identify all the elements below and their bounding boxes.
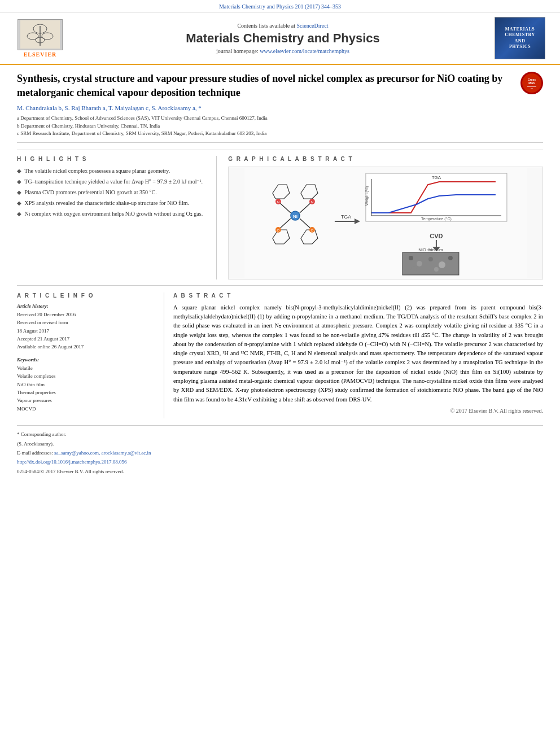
corresponding-author-note: * Corresponding author. bbox=[17, 430, 543, 438]
svg-point-48 bbox=[448, 256, 453, 260]
received-date: Received 20 December 2016 bbox=[17, 311, 155, 318]
bullet-2: ◆ bbox=[17, 178, 21, 185]
svg-text:CVD: CVD bbox=[430, 233, 443, 239]
article-history: Article history: Received 20 December 20… bbox=[17, 303, 155, 351]
journal-cover-container: MATERIALS CHEMISTRY AND PHYSICS bbox=[495, 17, 551, 59]
keyword-3: NiO thin film bbox=[17, 381, 155, 388]
graphical-abstract-image: Ni N N bbox=[228, 167, 543, 279]
article-affiliations: a Department of Chemistry, School of Adv… bbox=[17, 115, 515, 138]
graphical-abstract-svg: Ni N N bbox=[229, 168, 542, 278]
svg-point-47 bbox=[439, 261, 445, 268]
article-info-column: A R T I C L E I N F O Article history: R… bbox=[17, 292, 164, 418]
svg-text:™: ™ bbox=[531, 88, 533, 90]
affiliation-a: a Department of Chemistry, School of Adv… bbox=[17, 115, 515, 123]
journal-cover-image: MATERIALS CHEMISTRY AND PHYSICS bbox=[495, 17, 545, 59]
journal-citation-text: Materials Chemistry and Physics 201 (201… bbox=[219, 3, 341, 10]
journal-title: Materials Chemistry and Physics bbox=[77, 31, 489, 46]
article-title: Synthesis, crystal structure and vapour … bbox=[17, 72, 515, 100]
footer-section: * Corresponding author. (S. Arockiasamy)… bbox=[17, 425, 543, 475]
available-online-date: Available online 26 August 2017 bbox=[17, 343, 155, 351]
graphical-abstract-header: G R A P H I C A L A B S T R A C T bbox=[228, 156, 543, 162]
article-title-container: Synthesis, crystal structure and vapour … bbox=[17, 72, 515, 138]
elsevier-logo-image bbox=[18, 19, 63, 50]
highlights-column: H I G H L I G H T S ◆ The volatile nicke… bbox=[17, 156, 217, 279]
abstract-text: A square planar nickel complex namely bi… bbox=[173, 303, 543, 404]
article-title-section: Synthesis, crystal structure and vapour … bbox=[17, 72, 543, 143]
svg-text:Ni: Ni bbox=[293, 214, 298, 219]
svg-text:N: N bbox=[277, 200, 279, 204]
keyword-4: Thermal properties bbox=[17, 388, 155, 396]
abstract-column: A B S T R A C T A square planar nickel c… bbox=[164, 292, 543, 418]
svg-text:N: N bbox=[311, 200, 313, 204]
email-line: (S. Arockiasamy). bbox=[17, 440, 543, 448]
affiliation-c: c SRM Research Institute, Department of … bbox=[17, 130, 515, 138]
bullet-5: ◆ bbox=[17, 211, 21, 217]
article-lower-section: A R T I C L E I N F O Article history: R… bbox=[17, 292, 543, 418]
svg-point-46 bbox=[428, 257, 433, 261]
bullet-3: ◆ bbox=[17, 189, 21, 195]
history-label: Article history: bbox=[17, 303, 155, 309]
bullet-1: ◆ bbox=[17, 168, 21, 174]
svg-rect-33 bbox=[366, 173, 507, 221]
svg-text:TGA: TGA bbox=[341, 214, 352, 220]
elsevier-logo-container: ELSEVIER bbox=[9, 19, 71, 58]
journal-homepage-link[interactable]: www.elsevier.com/locate/matchemphys bbox=[260, 48, 349, 54]
elsevier-label: ELSEVIER bbox=[24, 51, 57, 58]
svg-text:O: O bbox=[311, 229, 314, 232]
email-addresses-line: E-mail addresses: sa_samy@yahoo.com, aro… bbox=[17, 449, 543, 457]
journal-header: ELSEVIER Contents lists available at Sci… bbox=[0, 12, 560, 65]
science-direct-line: Contents lists available at ScienceDirec… bbox=[77, 23, 489, 29]
email-link-2[interactable]: arockiasamy.s@vit.ac.in bbox=[102, 450, 151, 456]
highlights-graphical-section: H I G H L I G H T S ◆ The volatile nicke… bbox=[17, 150, 543, 286]
doi-line: http://dx.doi.org/10.1016/j.matchemphys.… bbox=[17, 458, 543, 466]
highlight-item-3: ◆ Plasma CVD promotes preferential NiO g… bbox=[17, 188, 205, 196]
bullet-4: ◆ bbox=[17, 200, 21, 206]
received-revised-date: Received in revised form18 August 2017 bbox=[17, 318, 155, 335]
abstract-header: A B S T R A C T bbox=[173, 292, 543, 299]
svg-text:Mark: Mark bbox=[528, 81, 535, 85]
highlight-item-5: ◆ Ni complex with oxygen environment hel… bbox=[17, 209, 205, 218]
svg-text:Weight (%): Weight (%) bbox=[365, 186, 369, 206]
svg-text:NiO thin film: NiO thin film bbox=[418, 247, 443, 252]
keyword-5: Vapour pressures bbox=[17, 396, 155, 404]
issn-line: 0254-0584/© 2017 Elsevier B.V. All right… bbox=[17, 468, 543, 475]
affiliation-b: b Department of Chemistry, Hindustan Uni… bbox=[17, 123, 515, 130]
graphical-abstract-column: G R A P H I C A L A B S T R A C T Ni bbox=[217, 156, 543, 279]
highlight-item-2: ◆ TG–transpiration technique yielded a v… bbox=[17, 177, 205, 186]
journal-homepage: journal homepage: www.elsevier.com/locat… bbox=[77, 48, 489, 54]
accepted-date: Accepted 21 August 2017 bbox=[17, 335, 155, 343]
svg-point-50 bbox=[434, 267, 439, 272]
svg-text:TGA: TGA bbox=[432, 175, 441, 180]
email-link-1[interactable]: sa_samy@yahoo.com, bbox=[54, 450, 100, 456]
keywords-section: Keywords: Volatile Volatile complexes Ni… bbox=[17, 357, 155, 413]
svg-point-45 bbox=[417, 261, 422, 267]
svg-point-44 bbox=[409, 256, 413, 260]
highlight-item-4: ◆ XPS analysis revealed the characterist… bbox=[17, 199, 205, 207]
svg-text:O: O bbox=[277, 229, 280, 232]
keyword-2: Volatile complexes bbox=[17, 372, 155, 380]
keyword-6: MOCVD bbox=[17, 405, 155, 413]
highlights-header: H I G H L I G H T S bbox=[17, 156, 205, 162]
doi-link[interactable]: http://dx.doi.org/10.1016/j.matchemphys.… bbox=[17, 459, 127, 465]
svg-text:Temperature (°C): Temperature (°C) bbox=[421, 217, 452, 221]
article-info-header: A R T I C L E I N F O bbox=[17, 292, 155, 299]
science-direct-link[interactable]: ScienceDirect bbox=[296, 23, 328, 29]
main-content: Synthesis, crystal structure and vapour … bbox=[0, 65, 560, 483]
journal-citation-bar: Materials Chemistry and Physics 201 (201… bbox=[0, 0, 560, 12]
article-authors: M. Chandrakala b, S. Raj Bharath a, T. M… bbox=[17, 104, 515, 111]
elsevier-logo: ELSEVIER bbox=[9, 19, 71, 58]
keywords-label: Keywords: bbox=[17, 357, 155, 362]
svg-point-49 bbox=[411, 267, 417, 272]
crossmark-badge: Cross Mark ™ bbox=[520, 72, 543, 94]
copyright-notice: © 2017 Elsevier B.V. All rights reserved… bbox=[173, 408, 543, 414]
journal-center: Contents lists available at ScienceDirec… bbox=[71, 23, 495, 54]
highlight-item-1: ◆ The volatile nickel complex possesses … bbox=[17, 167, 205, 175]
keyword-1: Volatile bbox=[17, 364, 155, 372]
